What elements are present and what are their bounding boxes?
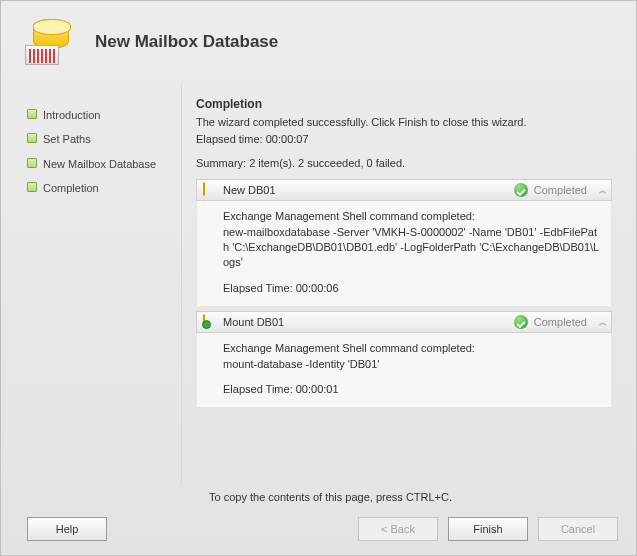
chevron-up-icon: ︽ [599, 317, 605, 328]
database-icon [203, 183, 217, 197]
button-bar: Help < Back Finish Cancel [19, 517, 618, 541]
elapsed-time: Elapsed time: 00:00:07 [196, 132, 612, 147]
wizard-sidebar: Introduction Set Paths New Mailbox Datab… [1, 75, 181, 484]
step-icon [27, 182, 37, 192]
success-icon [514, 315, 528, 329]
wizard-header: New Mailbox Database [1, 1, 636, 75]
cmd-text: mount-database -Identity 'DB01' [223, 357, 601, 372]
wizard-body: Introduction Set Paths New Mailbox Datab… [1, 75, 636, 484]
mailbox-database-icon [25, 19, 77, 65]
success-icon [514, 183, 528, 197]
sidebar-item-set-paths[interactable]: Set Paths [27, 127, 173, 151]
back-button: < Back [358, 517, 438, 541]
task-name: Mount DB01 [223, 316, 508, 328]
cmd-label: Exchange Management Shell command comple… [223, 341, 601, 356]
task-item: New DB01 Completed ︽ Exchange Management… [196, 179, 612, 307]
step-icon [27, 109, 37, 119]
task-status: Completed [534, 184, 587, 196]
sidebar-item-introduction[interactable]: Introduction [27, 103, 173, 127]
sidebar-item-completion[interactable]: Completion [27, 176, 173, 200]
task-status: Completed [534, 316, 587, 328]
section-title: Completion [196, 97, 612, 111]
cancel-button: Cancel [538, 517, 618, 541]
task-elapsed: Elapsed Time: 00:00:01 [223, 382, 601, 397]
task-header[interactable]: Mount DB01 Completed ︽ [196, 311, 612, 333]
wizard-footer: To copy the contents of this page, press… [1, 484, 636, 555]
summary-line: Summary: 2 item(s). 2 succeeded, 0 faile… [196, 156, 612, 171]
sidebar-item-label: Introduction [43, 108, 100, 122]
completion-message: The wizard completed successfully. Click… [196, 115, 612, 130]
sidebar-item-label: Set Paths [43, 132, 91, 146]
help-button[interactable]: Help [27, 517, 107, 541]
copy-hint: To copy the contents of this page, press… [209, 490, 618, 505]
task-name: New DB01 [223, 184, 508, 196]
wizard-window: New Mailbox Database Introduction Set Pa… [0, 0, 637, 556]
task-detail: Exchange Management Shell command comple… [196, 333, 612, 408]
sidebar-item-label: Completion [43, 181, 99, 195]
task-detail: Exchange Management Shell command comple… [196, 201, 612, 307]
finish-button[interactable]: Finish [448, 517, 528, 541]
task-item: Mount DB01 Completed ︽ Exchange Manageme… [196, 311, 612, 408]
mount-database-icon [203, 315, 217, 329]
chevron-up-icon: ︽ [599, 185, 605, 196]
sidebar-item-new-mailbox-database[interactable]: New Mailbox Database [27, 152, 173, 176]
step-icon [27, 133, 37, 143]
cmd-label: Exchange Management Shell command comple… [223, 209, 601, 224]
wizard-main: Completion The wizard completed successf… [182, 75, 626, 484]
task-elapsed: Elapsed Time: 00:00:06 [223, 281, 601, 296]
task-header[interactable]: New DB01 Completed ︽ [196, 179, 612, 201]
sidebar-item-label: New Mailbox Database [43, 157, 156, 171]
wizard-title: New Mailbox Database [95, 32, 278, 52]
step-icon [27, 158, 37, 168]
cmd-text: new-mailboxdatabase -Server 'VMKH-S-0000… [223, 225, 601, 271]
